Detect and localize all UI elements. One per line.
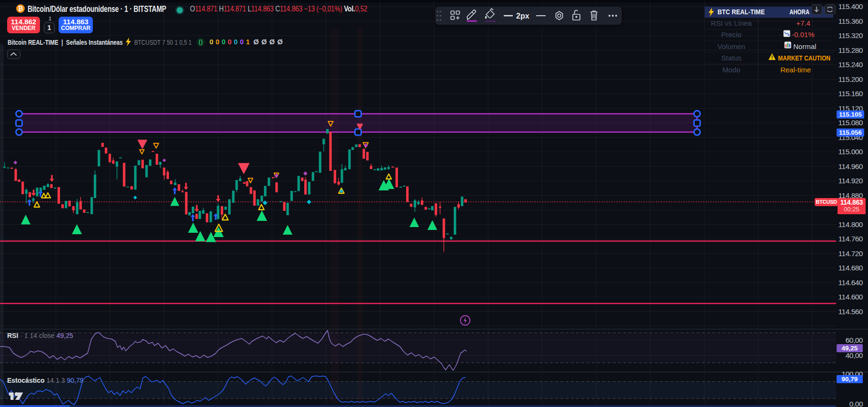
svg-text:2px: 2px (516, 12, 529, 20)
